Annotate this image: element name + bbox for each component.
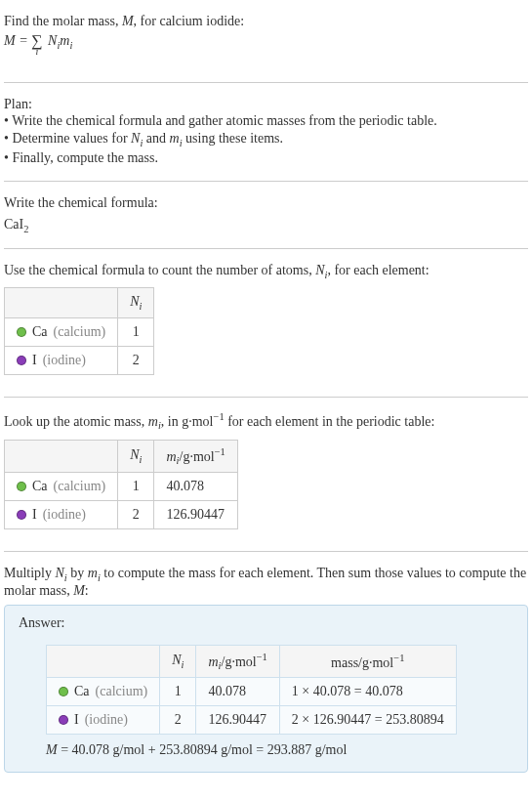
- cell-element: Ca (calcium): [47, 678, 160, 706]
- table-header-row: Ni mi/g·mol−1: [5, 440, 238, 472]
- step-atomic-mass: Look up the atomic mass, mi, in g·mol−1 …: [4, 405, 528, 543]
- text: mass/g·mol: [331, 655, 393, 670]
- cell-ni: 1: [160, 678, 196, 706]
- N: N: [315, 263, 324, 277]
- answer-table: Ni mi/g·mol−1 mass/g·mol−1 Ca (calcium) …: [46, 645, 457, 735]
- cell-element: I (iodine): [5, 501, 118, 529]
- text: = 40.078 g/mol + 253.80894 g/mol = 293.8…: [58, 742, 348, 757]
- cell-element: Ca (calcium): [5, 473, 118, 501]
- cell-ni: 1: [118, 473, 154, 501]
- element-name: (calcium): [54, 479, 106, 494]
- col-element: [5, 288, 118, 318]
- text: • Determine values for: [4, 131, 131, 146]
- cell-ni: 2: [160, 706, 196, 735]
- cell-element: Ca (calcium): [5, 318, 118, 347]
- col-element: [47, 645, 160, 677]
- divider: [4, 248, 528, 249]
- element-name: (iodine): [43, 353, 86, 368]
- plan-item-2: • Determine values for Ni and mi using t…: [4, 130, 528, 149]
- final-result: M = 40.078 g/mol + 253.80894 g/mol = 293…: [46, 742, 513, 758]
- i: i: [182, 659, 184, 670]
- cell-ni: 2: [118, 347, 154, 375]
- element-dot-icon: [17, 482, 26, 491]
- table-header-row: Ni mi/g·mol−1 mass/g·mol−1: [47, 645, 457, 677]
- text: for each element in the periodic table:: [225, 414, 435, 429]
- N: N: [172, 653, 181, 667]
- problem-statement: Find the molar mass, M, for calcium iodi…: [4, 8, 528, 74]
- cell-mi: 40.078: [196, 678, 279, 706]
- element-name: (calcium): [96, 684, 148, 699]
- element-dot-icon: [17, 327, 26, 337]
- divider: [4, 397, 528, 398]
- text: and: [143, 131, 169, 146]
- N: N: [56, 566, 64, 580]
- col-element: [5, 440, 118, 472]
- element-dot-icon: [59, 715, 68, 725]
- step-header: Write the chemical formula:: [4, 195, 528, 211]
- cell-mi: 40.078: [154, 473, 237, 501]
- plan-section: Plan: • Write the chemical formula and g…: [4, 91, 528, 173]
- table-row: I (iodine) 2 126.90447 2 × 126.90447 = 2…: [47, 706, 457, 735]
- exp: −1: [257, 652, 267, 662]
- m: m: [208, 654, 218, 669]
- text: Multiply: [4, 566, 56, 580]
- step-header: Use the chemical formula to count the nu…: [4, 263, 528, 280]
- unit: /g·mol: [222, 654, 257, 669]
- M: M: [73, 583, 85, 598]
- plan-list: • Write the chemical formula and gather …: [4, 112, 528, 167]
- m: m: [170, 131, 180, 146]
- element-name: (iodine): [43, 507, 86, 523]
- element-symbol: I: [32, 507, 37, 523]
- chemical-formula: CaI2: [4, 217, 528, 234]
- element-label-ca: Ca (calcium): [17, 479, 105, 494]
- step-count-atoms: Use the chemical formula to count the nu…: [4, 257, 528, 390]
- step-compute: Multiply Ni by mi to compute the mass fo…: [4, 560, 528, 779]
- text: , for each element:: [327, 263, 429, 277]
- element-symbol: I: [74, 712, 79, 728]
- N: N: [130, 447, 139, 462]
- eq-equals: =: [16, 33, 31, 48]
- text: :: [85, 583, 89, 598]
- i: i: [140, 454, 143, 465]
- var-m-upper: M: [122, 14, 134, 28]
- i: i: [140, 301, 143, 312]
- answer-content: Ni mi/g·mol−1 mass/g·mol−1 Ca (calcium) …: [19, 631, 513, 758]
- text: Look up the atomic mass,: [4, 414, 148, 429]
- plan-header: Plan:: [4, 97, 528, 112]
- step-header: Look up the atomic mass, mi, in g·mol−1 …: [4, 411, 528, 431]
- plan-item-1: • Write the chemical formula and gather …: [4, 112, 528, 130]
- eq-rhs: Nimi: [48, 33, 72, 48]
- element-label-i: I (iodine): [17, 353, 105, 368]
- element-symbol: I: [32, 353, 37, 368]
- exp: −1: [213, 411, 224, 422]
- unit: /g·mol: [180, 448, 215, 463]
- answer-box: Answer: Ni mi/g·mol−1 mass/g·mol−1 Ca (c…: [4, 605, 528, 773]
- element-name: (iodine): [85, 712, 128, 728]
- element-label-i: I (iodine): [59, 712, 147, 728]
- exp: −1: [393, 653, 404, 663]
- plan-item-3: • Finally, compute the mass.: [4, 149, 528, 167]
- element-symbol: Ca: [32, 324, 48, 340]
- answer-label: Answer:: [19, 615, 513, 631]
- cell-element: I (iodine): [5, 347, 118, 375]
- col-mi: mi/g·mol−1: [154, 440, 237, 472]
- subscript-2: 2: [23, 224, 28, 234]
- cell-ni: 2: [118, 501, 154, 529]
- divider: [4, 82, 528, 83]
- text: , for calcium iodide:: [134, 14, 245, 28]
- exp: −1: [215, 446, 225, 457]
- m: m: [60, 33, 69, 48]
- M: M: [46, 742, 58, 757]
- m: m: [88, 566, 98, 580]
- text: Use the chemical formula to count the nu…: [4, 263, 315, 277]
- step-header: Multiply Ni by mi to compute the mass fo…: [4, 566, 528, 599]
- cell-ni: 1: [118, 318, 154, 347]
- m: m: [148, 414, 158, 429]
- cell-mi: 126.90447: [154, 501, 237, 529]
- summation-icon: ∑i: [31, 33, 42, 57]
- molar-mass-equation: M = ∑i Nimi: [4, 29, 528, 68]
- col-ni: Ni: [160, 645, 196, 677]
- table-row: Ca (calcium) 1: [5, 318, 154, 347]
- cell-element: I (iodine): [47, 706, 160, 735]
- element-dot-icon: [17, 356, 26, 365]
